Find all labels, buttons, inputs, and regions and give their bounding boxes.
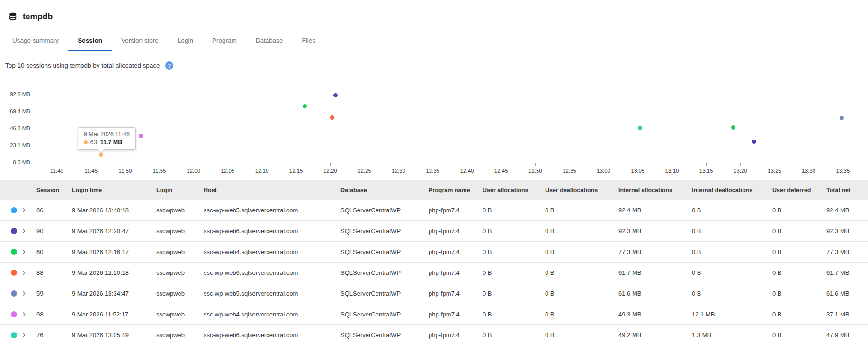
- chart-point-session-unknown[interactable]: [752, 140, 756, 144]
- cell-total-net: 47.9 MB: [826, 332, 868, 339]
- tab-session[interactable]: Session: [68, 31, 112, 51]
- cell-user-alloc: 0 B: [483, 332, 545, 339]
- x-axis-label: 12:00: [179, 168, 208, 174]
- tab-database[interactable]: Database: [246, 31, 293, 51]
- tab-version-store[interactable]: Version store: [112, 31, 168, 51]
- chart-point-session-98[interactable]: [139, 134, 143, 138]
- cell-total-net: 61.6 MB: [826, 290, 868, 297]
- y-axis-label: 23.1 MB: [2, 142, 30, 148]
- x-axis-tick: [809, 163, 809, 166]
- tab-login[interactable]: Login: [168, 31, 203, 51]
- cell-total-net: 61.7 MB: [826, 269, 868, 276]
- chevron-right-icon[interactable]: [20, 228, 27, 235]
- table-row-session-98[interactable]: 989 Mar 2026 11:52:17sscwpwebssc-wp-web4…: [0, 304, 868, 325]
- x-axis-tick: [740, 163, 741, 166]
- tab-usage-summary[interactable]: Usage summary: [3, 31, 68, 51]
- tempdb-sessions-chart: 11:4011:4511:5011:5512:0012:0512:1012:15…: [0, 78, 868, 175]
- x-axis-tick: [91, 163, 91, 166]
- row-lead: [0, 228, 36, 235]
- x-axis-tick: [843, 163, 843, 166]
- cell-internal-dealloc: 0 B: [692, 228, 772, 235]
- help-icon[interactable]: ?: [165, 61, 173, 70]
- chart-point-session-90[interactable]: [333, 93, 338, 97]
- cell-internal-alloc: 92.4 MB: [618, 207, 692, 214]
- chevron-right-icon[interactable]: [20, 290, 27, 297]
- cell-login: sscwpweb: [156, 228, 204, 235]
- x-axis-label: 13:05: [624, 168, 652, 174]
- table-row-session-59[interactable]: 599 Mar 2026 13:34:47sscwpwebssc-wp-web5…: [0, 283, 868, 304]
- tab-bar: Usage summarySessionVersion storeLoginPr…: [0, 31, 868, 51]
- x-axis-tick: [433, 163, 433, 166]
- cell-database: SQLServerCentralWP: [340, 332, 429, 339]
- chevron-right-icon[interactable]: [20, 269, 27, 276]
- cell-login: sscwpweb: [156, 207, 204, 214]
- x-axis-tick: [194, 163, 194, 166]
- tooltip-series-line: 63: 11.7 MB: [84, 139, 130, 146]
- chart-point-session-88[interactable]: [330, 115, 334, 120]
- x-axis-label: 11:45: [77, 168, 105, 174]
- chart-point-session-59[interactable]: [840, 116, 844, 120]
- x-axis-label: 12:45: [487, 168, 515, 174]
- cell-login-time: 9 Mar 2026 13:05:19: [72, 332, 156, 339]
- cell-database: SQLServerCentralWP: [340, 290, 429, 297]
- cell-session: 76: [36, 332, 72, 339]
- cell-user-deferred: 0 B: [772, 228, 826, 235]
- x-axis-tick: [775, 163, 775, 166]
- column-header-host: Host: [204, 187, 340, 193]
- y-gridline: [35, 95, 868, 95]
- cell-login-time: 9 Mar 2026 12:16:17: [72, 248, 156, 255]
- cell-session: 98: [36, 311, 72, 318]
- tab-files[interactable]: Files: [292, 31, 325, 51]
- cell-internal-dealloc: 0 B: [692, 290, 772, 297]
- chevron-right-icon[interactable]: [20, 207, 27, 214]
- chevron-right-icon[interactable]: [20, 248, 27, 255]
- column-header-user-allocations: User allocations: [483, 187, 545, 193]
- table-row-session-90[interactable]: 909 Mar 2026 12:20:47sscwpwebssc-wp-web6…: [0, 221, 868, 242]
- table-row-session-76[interactable]: 769 Mar 2026 13:05:19sscwpwebssc-wp-web6…: [0, 325, 868, 342]
- cell-database: SQLServerCentralWP: [340, 228, 429, 235]
- x-axis-label: 12:15: [282, 168, 310, 174]
- cell-host: ssc-wp-web6.sqlservercentral.com: [204, 228, 340, 235]
- page-title: tempdb: [23, 12, 53, 22]
- y-axis-label: 0.0 MB: [2, 159, 30, 165]
- chart-point-session-76[interactable]: [638, 126, 642, 130]
- x-axis-tick: [399, 163, 399, 166]
- cell-user-alloc: 0 B: [483, 248, 545, 255]
- chart-point-session-60[interactable]: [303, 104, 307, 108]
- x-axis-tick: [535, 163, 536, 166]
- session-color-dot: [11, 311, 17, 317]
- cell-user-deferred: 0 B: [772, 269, 826, 276]
- x-axis-label: 12:40: [453, 168, 481, 174]
- cell-internal-dealloc: 0 B: [692, 269, 772, 276]
- sessions-table-header: SessionLogin timeLoginHostDatabaseProgra…: [0, 180, 868, 200]
- x-axis-tick: [365, 163, 365, 166]
- column-header-internal-deallocations: Internal deallocations: [692, 187, 772, 193]
- table-row-session-88[interactable]: 889 Mar 2026 12:20:18sscwpwebssc-wp-web6…: [0, 263, 868, 283]
- row-lead: [0, 311, 36, 318]
- x-axis-label: 13:00: [590, 168, 618, 174]
- cell-user-dealloc: 0 B: [545, 290, 618, 297]
- chart-title: Top 10 sessions using tempdb by total al…: [5, 62, 160, 69]
- cell-user-deferred: 0 B: [772, 248, 826, 255]
- x-axis-label: 13:30: [795, 168, 823, 174]
- tab-program[interactable]: Program: [203, 31, 246, 51]
- table-row-session-60[interactable]: 609 Mar 2026 12:16:17sscwpwebssc-wp-web4…: [0, 242, 868, 263]
- cell-user-deferred: 0 B: [772, 332, 826, 339]
- cell-login: sscwpweb: [156, 290, 204, 297]
- tooltip-session-label: 63:: [90, 139, 98, 146]
- x-axis-tick: [467, 163, 467, 166]
- chart-plot-area: 11:4011:4511:5011:5512:0012:0512:1012:15…: [35, 87, 868, 163]
- chevron-right-icon[interactable]: [20, 332, 27, 339]
- cell-user-dealloc: 0 B: [545, 311, 618, 318]
- y-gridline: [35, 112, 868, 112]
- column-header-total-net: Total net: [826, 187, 868, 193]
- cell-login-time: 9 Mar 2026 13:40:18: [72, 207, 156, 214]
- table-row-session-86[interactable]: 869 Mar 2026 13:40:18sscwpwebssc-wp-web5…: [0, 200, 868, 221]
- chevron-right-icon[interactable]: [20, 311, 27, 318]
- cell-user-alloc: 0 B: [483, 290, 545, 297]
- x-axis-label: 11:50: [111, 168, 139, 174]
- session-color-dot: [11, 270, 17, 276]
- row-lead: [0, 332, 36, 339]
- row-lead: [0, 269, 36, 276]
- cell-session: 90: [36, 228, 72, 235]
